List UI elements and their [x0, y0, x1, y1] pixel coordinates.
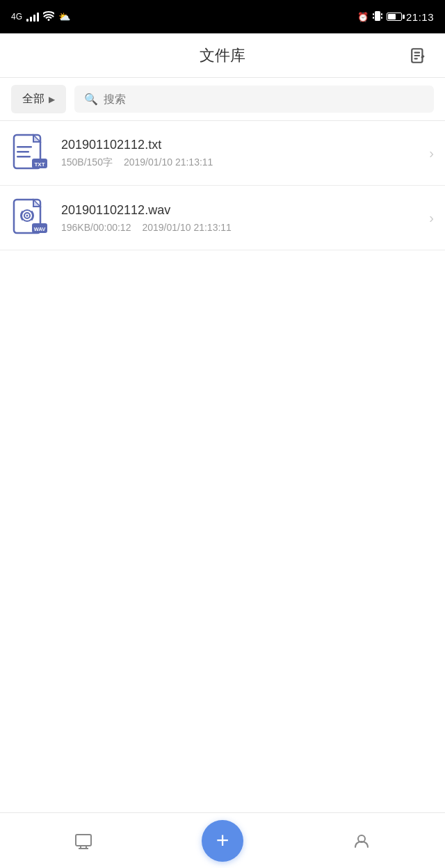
bottom-nav: + [0, 812, 445, 868]
nav-item-left[interactable] [14, 831, 153, 851]
txt-file-icon: TXT [11, 134, 50, 172]
txt-file-size: 150B/150字 [61, 156, 113, 169]
status-bar: 4G ⛅ ⏰ 21 [0, 0, 445, 33]
filter-arrow-icon: ▶ [49, 95, 55, 104]
battery-icon [387, 13, 402, 21]
svg-rect-3 [373, 17, 374, 19]
status-left: 4G ⛅ [11, 11, 70, 23]
txt-file-info: 201901102112.txt 150B/150字 2019/01/10 21… [61, 138, 418, 169]
file-list: TXT 201901102112.txt 150B/150字 2019/01/1… [0, 121, 445, 812]
wifi-icon [43, 11, 54, 23]
edit-button[interactable] [406, 43, 431, 68]
svg-rect-10 [17, 146, 32, 148]
svg-text:TXT: TXT [34, 161, 44, 168]
wav-chevron-right-icon: › [429, 210, 434, 226]
edit-icon [410, 47, 428, 65]
alarm-icon: ⏰ [357, 12, 369, 22]
wav-file-size: 196KB/00:00:12 [61, 222, 131, 233]
txt-file-meta: 150B/150字 2019/01/10 21:13:11 [61, 156, 418, 169]
status-right: ⏰ 21:13 [357, 10, 434, 24]
signal-icon [26, 12, 39, 22]
nav-item-right[interactable] [292, 831, 431, 851]
filter-all-button[interactable]: 全部 ▶ [11, 85, 66, 113]
txt-file-date: 2019/01/10 21:13:11 [124, 156, 213, 169]
txt-file-name: 201901102112.txt [61, 138, 418, 152]
add-button[interactable]: + [202, 820, 243, 862]
nav-left-icon [74, 831, 93, 851]
svg-rect-11 [17, 151, 29, 153]
nav-right-icon [352, 831, 371, 851]
svg-rect-21 [76, 835, 91, 846]
wav-file-info: 201901102112.wav 196KB/00:00:12 2019/01/… [61, 203, 418, 233]
svg-point-18 [26, 215, 29, 217]
filter-row: 全部 ▶ 🔍 [0, 78, 445, 120]
svg-rect-4 [381, 17, 382, 19]
svg-rect-2 [381, 13, 382, 15]
wav-file-date: 2019/01/10 21:13:11 [142, 222, 231, 233]
carrier-label: 4G [11, 12, 22, 22]
svg-text:WAV: WAV [34, 226, 46, 232]
svg-rect-12 [17, 156, 31, 158]
filter-all-label: 全部 [22, 92, 44, 106]
svg-rect-0 [375, 11, 380, 21]
wav-file-meta: 196KB/00:00:12 2019/01/10 21:13:11 [61, 222, 418, 233]
wav-file-icon: WAV [11, 198, 50, 237]
nav-item-center[interactable]: + [153, 820, 292, 862]
search-box: 🔍 [74, 86, 434, 113]
search-icon: 🔍 [84, 93, 98, 106]
page-title: 文件库 [200, 45, 245, 66]
weather-icon: ⛅ [58, 11, 70, 22]
time-display: 21:13 [406, 11, 434, 23]
file-item-wav[interactable]: WAV 201901102112.wav 196KB/00:00:12 2019… [0, 186, 445, 250]
svg-rect-1 [373, 13, 374, 15]
wav-file-name: 201901102112.wav [61, 203, 418, 218]
header: 文件库 [0, 33, 445, 78]
txt-chevron-right-icon: › [429, 145, 434, 161]
vibrate-icon [373, 10, 382, 24]
file-item-txt[interactable]: TXT 201901102112.txt 150B/150字 2019/01/1… [0, 121, 445, 186]
search-input[interactable] [104, 93, 424, 106]
add-icon: + [216, 829, 229, 851]
